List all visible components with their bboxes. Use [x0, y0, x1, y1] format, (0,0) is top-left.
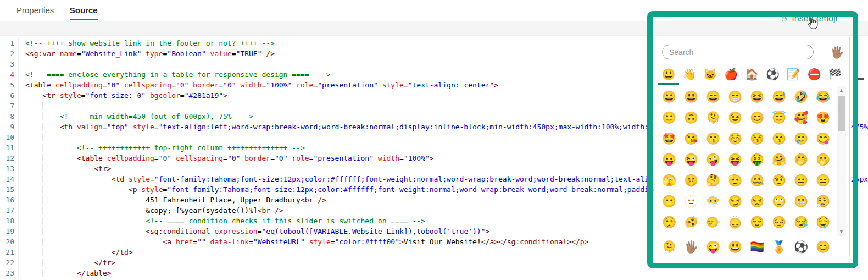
emoji-item[interactable]: 😂 — [812, 86, 834, 107]
emoji-item[interactable]: 🏅 — [768, 237, 790, 256]
emoji-item[interactable]: 😍 — [812, 107, 834, 128]
emoji-category-people[interactable]: 👋 — [679, 65, 700, 85]
emoji-item[interactable]: 😊 — [812, 237, 834, 256]
emoji-item[interactable]: 😙 — [768, 128, 790, 149]
emoji-item[interactable]: 🤪 — [702, 149, 724, 170]
code-line[interactable]: 23 </table> — [0, 268, 868, 278]
emoji-category-travel-places[interactable]: 🏠 — [742, 65, 763, 85]
emoji-item[interactable]: 😪 — [790, 212, 812, 233]
code-text: <!-- ++++++++++++ top-right column +++++… — [25, 144, 305, 152]
line-number: 7 — [0, 101, 19, 111]
code-text: <table cellpadding="0" cellspacing="0" b… — [25, 81, 498, 89]
emoji-item[interactable]: 😑 — [812, 170, 834, 191]
line-number: 2 — [0, 48, 19, 59]
emoji-item[interactable]: 😮‍💨 — [812, 191, 834, 212]
emoji-item[interactable]: 🙂‍↔️ — [702, 212, 724, 233]
emoji-category-symbols[interactable]: ⛔ — [804, 65, 825, 85]
emoji-item[interactable]: 🫠 — [702, 107, 724, 128]
emoji-item[interactable]: 🤣 — [790, 86, 812, 107]
emoji-item[interactable]: 😄 — [702, 86, 724, 107]
emoji-item[interactable]: 😊 — [746, 107, 768, 128]
emoji-item[interactable]: 🙄 — [768, 191, 790, 212]
emoji-item[interactable]: 😇 — [768, 107, 790, 128]
emoji-item[interactable]: 😌 — [746, 212, 768, 233]
emoji-item[interactable]: 😶‍🌫️ — [702, 191, 724, 212]
emoji-item[interactable]: 😃 — [724, 237, 746, 256]
emoji-item[interactable]: 🙂‍↕️ — [724, 212, 746, 233]
emoji-item[interactable]: 🙃 — [680, 107, 702, 128]
scroll-down-icon[interactable]: ▼ — [837, 228, 846, 236]
line-number: 4 — [0, 69, 19, 80]
emoji-item[interactable]: 🥰 — [790, 107, 812, 128]
tab-source[interactable]: Source — [70, 6, 98, 20]
emoji-item[interactable]: 🫡 — [724, 170, 746, 191]
emoji-item[interactable]: 🤗 — [768, 149, 790, 170]
emoji-category-flags[interactable]: 🏁 — [825, 65, 845, 85]
line-number: 19 — [0, 226, 19, 237]
emoji-item[interactable]: 😗 — [702, 128, 724, 149]
scroll-up-icon[interactable]: ▲ — [837, 86, 846, 95]
emoji-item[interactable]: 😅 — [768, 86, 790, 107]
emoji-category-smileys[interactable]: 😃 — [658, 65, 679, 85]
skin-tone-selector[interactable]: 🖐🏽 — [830, 45, 844, 59]
emoji-item[interactable]: 😘 — [680, 128, 702, 149]
emoji-item[interactable]: 🥲 — [790, 128, 812, 149]
emoji-item[interactable]: 😋 — [812, 128, 834, 149]
emoji-recent-row: 🫠🖐🏽😜😃🏳️‍🌈🏅⚽😊 — [658, 237, 834, 256]
emoji-item[interactable]: 🫠 — [658, 237, 680, 256]
line-number: 18 — [0, 216, 19, 226]
editor-toolbar — [0, 21, 868, 36]
emoji-item[interactable]: 😃 — [680, 86, 702, 107]
emoji-item[interactable]: 😝 — [724, 149, 746, 170]
emoji-scrollbar[interactable]: ▲ ▼ — [837, 86, 846, 236]
code-text: </td> — [25, 248, 133, 256]
emoji-item[interactable]: 😔 — [768, 212, 790, 233]
emoji-item[interactable]: 😀 — [658, 86, 680, 107]
emoji-item[interactable]: 🤩 — [658, 128, 680, 149]
scrollbar-thumb[interactable] — [838, 96, 845, 131]
line-number: 5 — [0, 80, 19, 90]
emoji-item[interactable]: 🤔 — [702, 170, 724, 191]
emoji-item[interactable]: 🫣 — [658, 170, 680, 191]
line-number: 21 — [0, 247, 19, 257]
emoji-item[interactable]: 🫥 — [680, 191, 702, 212]
emoji-category-objects[interactable]: 📝 — [783, 65, 804, 85]
emoji-item[interactable]: 😛 — [658, 149, 680, 170]
emoji-item[interactable]: 😆 — [746, 86, 768, 107]
emoji-item[interactable]: 😜 — [702, 237, 724, 256]
emoji-item[interactable]: 🫢 — [812, 149, 834, 170]
line-number: 3 — [0, 59, 19, 69]
emoji-item[interactable]: 🤨 — [768, 170, 790, 191]
emoji-item[interactable]: ⚽ — [790, 237, 812, 256]
emoji-item[interactable]: 😁 — [724, 86, 746, 107]
emoji-item[interactable]: 🫨 — [680, 212, 702, 233]
emoji-category-activities[interactable]: ⚽ — [762, 65, 783, 85]
emoji-item[interactable]: 🤫 — [680, 170, 702, 191]
emoji-category-animals-nature[interactable]: 🐱 — [700, 65, 721, 85]
emoji-item[interactable]: 🤐 — [746, 170, 768, 191]
code-line[interactable]: 22 </tr> — [0, 257, 868, 268]
emoji-item[interactable]: 😒 — [746, 191, 768, 212]
emoji-item[interactable]: 😚 — [746, 128, 768, 149]
emoji-item[interactable]: 😶 — [658, 191, 680, 212]
emoji-item[interactable]: 😜 — [680, 149, 702, 170]
emoji-item[interactable]: 🤥 — [658, 212, 680, 233]
emoji-item[interactable]: 🤤 — [812, 212, 834, 233]
editor-scroll-mark — [856, 78, 864, 80]
line-number: 13 — [0, 163, 19, 174]
tabs-bar: Properties Source — [0, 0, 868, 21]
emoji-item[interactable]: 😬 — [790, 191, 812, 212]
emoji-item[interactable]: ☺️ — [724, 128, 746, 149]
emoji-item[interactable]: 😏 — [724, 191, 746, 212]
emoji-item[interactable]: 🖐🏽 — [680, 237, 702, 256]
emoji-item[interactable]: 🤑 — [746, 149, 768, 170]
emoji-search-input[interactable] — [662, 45, 814, 59]
tab-properties[interactable]: Properties — [16, 6, 54, 15]
emoji-item[interactable]: 😐 — [790, 170, 812, 191]
emoji-category-food-drink[interactable]: 🍎 — [721, 65, 742, 85]
code-text: <!-- min-width=450 (out of 600px), 75% -… — [25, 112, 253, 120]
emoji-item[interactable]: 🙂 — [658, 107, 680, 128]
emoji-item[interactable]: 🏳️‍🌈 — [746, 237, 768, 256]
emoji-item[interactable]: 🤭 — [790, 149, 812, 170]
emoji-item[interactable]: 😉 — [724, 107, 746, 128]
